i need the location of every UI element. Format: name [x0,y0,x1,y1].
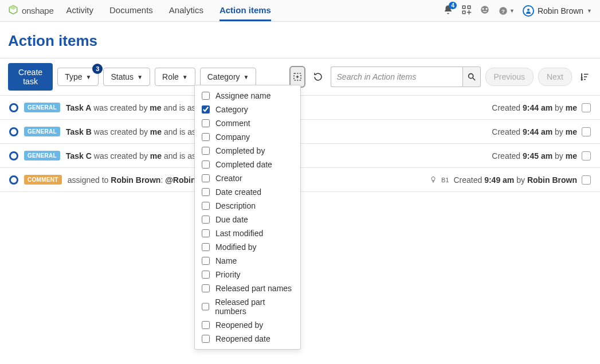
avatar-icon [523,5,534,17]
svg-rect-2 [462,6,465,9]
columns-dropdown: Assignee nameCategoryCommentCompanyCompl… [194,85,301,192]
filter-role[interactable]: Role▼ [155,68,195,86]
next-button[interactable]: Next [538,68,572,86]
topnav-right: 4 ? ▼ Robin Brown ▼ [443,5,592,17]
top-nav: onshape ActivityDocumentsAnalyticsAction… [0,0,600,22]
row-radio[interactable] [9,127,18,136]
dropdown-label: Completed by [215,146,265,155]
nav-tab-analytics[interactable]: Analytics [169,1,203,21]
row-checkbox[interactable] [582,175,591,185]
search-input[interactable] [331,66,462,87]
caret-down-icon: ▼ [244,74,249,80]
filter-badge: 3 [92,64,103,74]
row-meta: Created 9:45 am by me [492,151,591,161]
dropdown-checkbox[interactable] [202,105,210,113]
tag-badge: GENERAL [24,103,60,112]
help-icon[interactable]: ? ▼ [498,6,515,16]
dropdown-checkbox[interactable] [202,92,210,100]
row-radio[interactable] [9,103,18,112]
tag-badge: GENERAL [24,151,60,161]
caret-down-icon: ▼ [587,8,592,14]
sort-button[interactable] [577,66,592,88]
nav-tabs: ActivityDocumentsAnalyticsAction items [66,1,270,21]
filter-label: Status [111,72,134,81]
svg-rect-19 [584,76,587,77]
dropdown-checkbox[interactable] [202,174,210,182]
dropdown-checkbox[interactable] [202,119,210,127]
rev-label: B1 [441,177,449,183]
previous-button[interactable]: Previous [485,68,534,86]
user-menu[interactable]: Robin Brown ▼ [523,5,592,17]
dropdown-item[interactable]: Completed date [195,158,300,171]
created-text: Created 9:44 am by me [492,103,577,112]
filter-label: Type [65,72,82,81]
dropdown-label: Company [215,132,250,142]
nav-tab-action-items[interactable]: Action items [219,1,271,21]
row-checkbox[interactable] [582,151,591,161]
svg-text:?: ? [501,7,505,14]
notifications-button[interactable]: 4 [443,5,453,17]
filter-category[interactable]: Category▼ [200,68,257,86]
filter-label: Category [207,72,240,81]
logo[interactable]: onshape [8,5,53,17]
search-button[interactable] [462,66,481,87]
created-text: Created 9:49 am by Robin Brown [453,175,577,185]
page-title: Action items [0,22,600,58]
apps-icon[interactable] [461,5,472,17]
svg-rect-18 [584,74,589,75]
caret-down-icon: ▼ [86,74,92,80]
dropdown-label: Completed date [215,160,272,169]
svg-point-7 [481,6,489,14]
dropdown-item[interactable]: Date created [195,185,300,192]
row-checkbox[interactable] [582,103,591,112]
row-text: Task C was created by me and is as [66,151,196,161]
created-text: Created 9:45 am by me [492,151,577,161]
filter-type[interactable]: Type▼3 [57,68,99,86]
row-checkbox[interactable] [582,127,591,136]
tag-badge: COMMENT [24,175,62,185]
dropdown-label: Creator [215,174,242,183]
svg-rect-20 [584,79,586,80]
search-group [331,66,481,87]
onshape-logo-icon [8,5,18,17]
svg-point-9 [486,8,488,10]
dropdown-label: Category [215,105,248,114]
learn-icon[interactable] [480,5,490,17]
dropdown-checkbox[interactable] [202,188,210,192]
bulb-icon [430,175,437,185]
svg-rect-4 [462,11,465,14]
dropdown-item[interactable]: Company [195,130,300,144]
dropdown-checkbox[interactable] [202,133,210,141]
svg-marker-1 [9,6,17,10]
filter-status[interactable]: Status▼ [103,68,150,86]
row-meta: Created 9:44 am by me [492,127,591,136]
row-meta: B1Created 9:49 am by Robin Brown [430,175,591,185]
tag-badge: GENERAL [24,127,60,136]
row-meta: Created 9:44 am by me [492,103,591,112]
row-radio[interactable] [9,151,18,161]
dropdown-item[interactable]: Category [195,103,300,116]
row-radio[interactable] [9,175,18,185]
dropdown-label: Comment [215,119,250,128]
dropdown-label: Date created [215,187,261,192]
nav-tab-activity[interactable]: Activity [66,1,93,21]
dropdown-label: Assignee name [215,91,271,100]
svg-point-12 [527,9,530,11]
caret-down-icon: ▼ [182,74,188,80]
row-text: assigned to Robin Brown: @Robin [68,175,196,185]
dropdown-item[interactable]: Completed by [195,144,300,158]
logo-text: onshape [22,6,53,15]
dropdown-checkbox[interactable] [202,147,210,155]
svg-point-8 [483,8,484,10]
created-text: Created 9:44 am by me [492,127,577,136]
nav-tab-documents[interactable]: Documents [109,1,153,21]
dropdown-item[interactable]: Comment [195,116,300,130]
row-text: Task B was created by me and is as [66,127,196,136]
create-task-button[interactable]: Create task [8,63,53,91]
dropdown-item[interactable]: Creator [195,171,300,185]
svg-point-16 [468,74,473,79]
dropdown-item[interactable]: Assignee name [195,89,300,103]
refresh-button[interactable] [310,66,326,88]
dropdown-checkbox[interactable] [202,161,210,169]
row-text: Task A was created by me and is as [66,103,195,112]
